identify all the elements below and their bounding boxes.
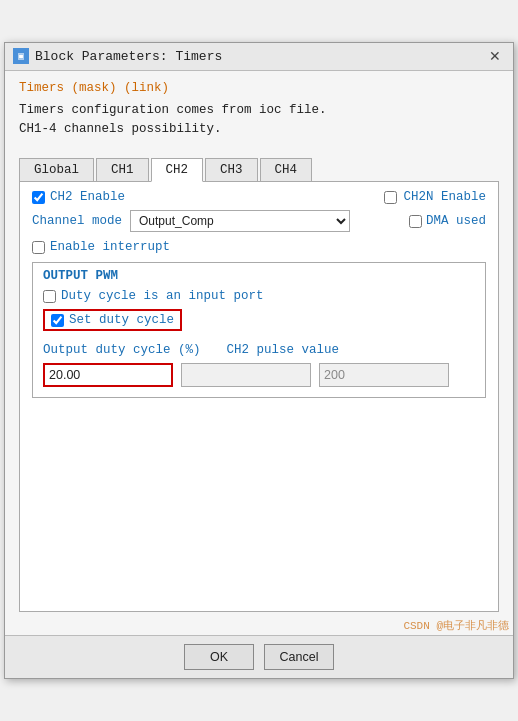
enable-interrupt-checkbox[interactable]	[32, 241, 45, 254]
channel-mode-label: Channel mode	[32, 214, 122, 228]
enable-interrupt-row: Enable interrupt	[32, 240, 486, 254]
tab-bar: Global CH1 CH2 CH3 CH4	[19, 158, 499, 182]
tab-panel-ch2: CH2 Enable CH2N Enable Channel mode Outp…	[19, 182, 499, 612]
ok-button[interactable]: OK	[184, 644, 254, 670]
ch2n-enable-label: CH2N Enable	[403, 190, 486, 204]
watermark: CSDN @电子非凡非德	[5, 616, 513, 635]
dialog-window: ▣ Block Parameters: Timers ✕ Timers (mas…	[4, 42, 514, 680]
header-area: Timers (mask) (link) Timers configuratio…	[5, 71, 513, 159]
title-bar-left: ▣ Block Parameters: Timers	[13, 48, 222, 64]
output-pwm-group: OUTPUT PWM Duty cycle is an input port S…	[32, 262, 486, 398]
ch2-enable-label: CH2 Enable	[50, 190, 125, 204]
output-duty-percent-input[interactable]	[181, 363, 311, 387]
set-duty-label: Set duty cycle	[69, 313, 174, 327]
output-duty-input[interactable]	[43, 363, 173, 387]
tab-ch1[interactable]: CH1	[96, 158, 149, 181]
enable-interrupt-label: Enable interrupt	[50, 240, 170, 254]
tab-ch3[interactable]: CH3	[205, 158, 258, 181]
dma-used-group: DMA used	[409, 214, 486, 228]
pwm-group-title: OUTPUT PWM	[43, 269, 475, 283]
cancel-button[interactable]: Cancel	[264, 644, 334, 670]
close-button[interactable]: ✕	[485, 46, 505, 66]
channel-mode-select[interactable]: Output_Comp	[130, 210, 350, 232]
tab-panel-wrapper: CH2 Enable CH2N Enable Channel mode Outp…	[5, 182, 513, 616]
duty-input-port-row: Duty cycle is an input port	[43, 289, 475, 303]
duty-input-port-label: Duty cycle is an input port	[61, 289, 264, 303]
mask-link[interactable]: Timers (mask) (link)	[19, 81, 499, 95]
tab-global[interactable]: Global	[19, 158, 94, 181]
dma-used-checkbox[interactable]	[409, 215, 422, 228]
description-text: Timers configuration comes from ioc file…	[19, 101, 499, 139]
set-duty-box: Set duty cycle	[43, 309, 182, 331]
window-title: Block Parameters: Timers	[35, 49, 222, 64]
set-duty-wrapper: Set duty cycle	[43, 309, 475, 337]
dma-used-label: DMA used	[426, 214, 486, 228]
bottom-bar: OK Cancel	[5, 635, 513, 678]
set-duty-checkbox[interactable]	[51, 314, 64, 327]
window-icon: ▣	[13, 48, 29, 64]
ch2n-dma-group: CH2N Enable	[384, 190, 486, 204]
tab-ch4[interactable]: CH4	[260, 158, 313, 181]
channel-mode-row: Channel mode Output_Comp DMA used	[32, 210, 486, 232]
duty-input-port-checkbox[interactable]	[43, 290, 56, 303]
duty-cycle-label-row: Output duty cycle (%) CH2 pulse value	[43, 343, 475, 357]
ch2-pulse-label: CH2 pulse value	[227, 343, 340, 357]
ch2-enable-checkbox-group: CH2 Enable	[32, 190, 125, 204]
tabs-container: Global CH1 CH2 CH3 CH4	[5, 158, 513, 182]
ch2-enable-checkbox[interactable]	[32, 191, 45, 204]
ch2-pulse-input[interactable]	[319, 363, 449, 387]
ch2-enable-row: CH2 Enable CH2N Enable	[32, 190, 486, 204]
title-bar: ▣ Block Parameters: Timers ✕	[5, 43, 513, 71]
ch2n-enable-checkbox[interactable]	[384, 191, 397, 204]
tab-ch2[interactable]: CH2	[151, 158, 204, 182]
fields-row	[43, 363, 475, 387]
output-duty-label: Output duty cycle (%)	[43, 343, 201, 357]
